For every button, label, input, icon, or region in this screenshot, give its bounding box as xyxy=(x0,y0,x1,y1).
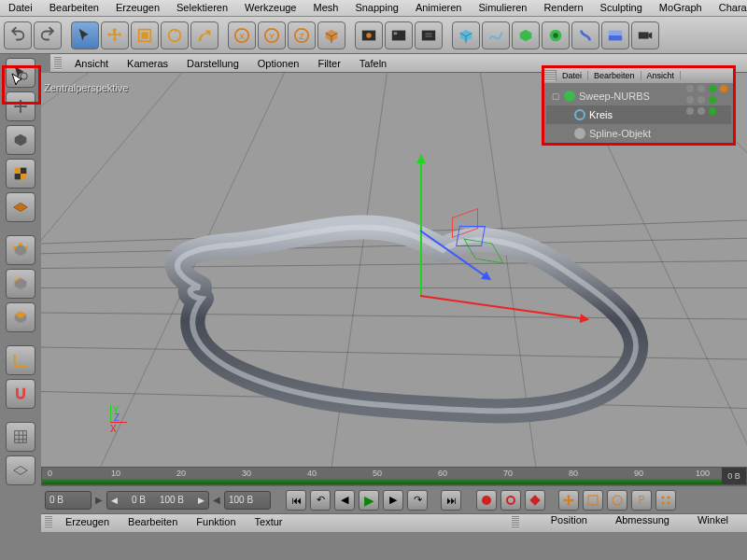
svg-rect-20 xyxy=(15,168,21,174)
view-filter[interactable]: Filter xyxy=(308,56,349,71)
snap-tool[interactable] xyxy=(6,379,35,409)
view-darstellung[interactable]: Darstellung xyxy=(177,56,248,71)
vis-dot[interactable] xyxy=(686,85,694,92)
model-mode[interactable] xyxy=(6,125,35,155)
svg-point-10 xyxy=(366,33,371,37)
move-local-tool[interactable] xyxy=(6,91,35,121)
autokey-button[interactable] xyxy=(500,490,521,511)
rot-key-button[interactable] xyxy=(607,490,627,511)
y-axis-button[interactable]: Y xyxy=(258,21,286,49)
menu-datei[interactable]: Datei xyxy=(0,0,41,16)
tree-item-spline[interactable]: Spline-Objekt xyxy=(546,124,731,143)
modeling-button[interactable] xyxy=(542,21,570,49)
menu-erzeugen[interactable]: Erzeugen xyxy=(107,0,168,16)
param-key-button[interactable]: P xyxy=(631,490,652,511)
om-menu-ansicht[interactable]: Ansicht xyxy=(641,71,682,80)
render-view-button[interactable] xyxy=(355,21,383,49)
attr-erzeugen[interactable]: Erzeugen xyxy=(56,514,119,532)
goto-end-button[interactable]: ⏭ xyxy=(441,490,461,511)
x-axis-button[interactable]: X xyxy=(228,21,256,49)
axis-tool[interactable] xyxy=(6,345,35,375)
pos-key-button[interactable] xyxy=(558,490,579,511)
goto-start-button[interactable]: ⏮ xyxy=(286,490,306,511)
z-axis-button[interactable]: Z xyxy=(288,21,316,49)
menu-werkzeuge[interactable]: Werkzeuge xyxy=(236,0,304,16)
timeline-ruler[interactable]: 0 10 20 30 40 50 60 70 80 90 100 0 B xyxy=(41,467,747,485)
menu-selektieren[interactable]: Selektieren xyxy=(168,0,236,16)
menu-bearbeiten[interactable]: Bearbeiten xyxy=(41,0,107,16)
prev-key-button[interactable]: ↶ xyxy=(310,490,331,511)
vis-dot[interactable] xyxy=(698,107,705,115)
prev-frame-button[interactable]: ◀ xyxy=(334,490,355,511)
object-manager: Datei Bearbeiten Ansicht ▢ Sweep-NURBS K… xyxy=(542,65,736,146)
attr-funktion[interactable]: Funktion xyxy=(187,514,245,532)
next-frame-button[interactable]: ▶ xyxy=(383,490,403,511)
om-menu-bearbeiten[interactable]: Bearbeiten xyxy=(588,71,641,80)
attr-bearbeiten[interactable]: Bearbeiten xyxy=(119,514,187,532)
move-tool[interactable] xyxy=(101,21,129,49)
environment-button[interactable] xyxy=(601,21,629,49)
range-field[interactable]: ◀0 B100 B▶ xyxy=(106,491,209,510)
view-kameras[interactable]: Kameras xyxy=(118,56,177,71)
menu-charakter[interactable]: Charak xyxy=(711,0,747,16)
pla-key-button[interactable] xyxy=(655,490,676,511)
grip-icon[interactable] xyxy=(45,516,52,529)
enable-dot[interactable] xyxy=(709,107,716,115)
polygon-mode[interactable] xyxy=(6,302,35,332)
deformer-button[interactable] xyxy=(571,21,599,49)
record-button[interactable] xyxy=(476,490,497,511)
next-key-button[interactable]: ↷ xyxy=(407,490,428,511)
camera-button[interactable] xyxy=(631,21,659,49)
grip-icon[interactable] xyxy=(54,57,62,70)
svg-rect-17 xyxy=(609,30,622,35)
expand-icon[interactable]: ▢ xyxy=(552,91,560,101)
keyframe-button[interactable] xyxy=(525,490,545,511)
svg-rect-12 xyxy=(394,32,398,35)
rotate-tool[interactable] xyxy=(161,21,189,49)
menu-snapping[interactable]: Snapping xyxy=(346,0,407,16)
render-button[interactable] xyxy=(385,21,413,49)
spline-icon xyxy=(574,128,585,139)
point-mode[interactable] xyxy=(6,235,35,265)
undo-button[interactable] xyxy=(4,21,32,49)
workplane-locked[interactable] xyxy=(6,455,35,485)
menu-sculpting[interactable]: Sculpting xyxy=(592,0,651,16)
end-frame-field[interactable]: 100 B xyxy=(224,491,271,510)
workplane-mode[interactable] xyxy=(6,192,35,222)
workplane-snap[interactable] xyxy=(6,422,35,452)
menu-mesh[interactable]: Mesh xyxy=(304,0,346,16)
start-frame-field[interactable]: 0 B xyxy=(45,491,92,510)
menu-animieren[interactable]: Animieren xyxy=(407,0,471,16)
coord-system-button[interactable] xyxy=(317,21,345,49)
spline-button[interactable] xyxy=(482,21,510,49)
vis-dot[interactable] xyxy=(698,96,705,104)
timeline-range[interactable] xyxy=(42,479,722,484)
view-tafeln[interactable]: Tafeln xyxy=(350,56,396,71)
scale-key-button[interactable] xyxy=(583,490,603,511)
attr-textur[interactable]: Textur xyxy=(246,514,292,532)
vis-dot[interactable] xyxy=(686,96,694,104)
recent-tool[interactable] xyxy=(190,21,218,49)
texture-mode[interactable] xyxy=(6,159,35,189)
vis-dot[interactable] xyxy=(686,107,694,115)
select-tool[interactable] xyxy=(71,21,99,49)
grip-icon[interactable] xyxy=(512,516,519,529)
play-button[interactable]: ▶ xyxy=(359,490,379,511)
redo-button[interactable] xyxy=(34,21,62,49)
tag-dot[interactable] xyxy=(720,85,727,92)
view-ansicht[interactable]: Ansicht xyxy=(65,56,118,71)
enable-dot[interactable] xyxy=(709,85,716,92)
view-optionen[interactable]: Optionen xyxy=(248,56,309,71)
primitive-button[interactable] xyxy=(452,21,480,49)
scale-tool[interactable] xyxy=(131,21,159,49)
menu-mograph[interactable]: MoGraph xyxy=(651,0,711,16)
edge-mode[interactable] xyxy=(6,269,35,299)
vis-dot[interactable] xyxy=(698,85,705,92)
render-settings-button[interactable] xyxy=(415,21,443,49)
enable-dot[interactable] xyxy=(709,96,716,104)
nurbs-button[interactable] xyxy=(512,21,540,49)
menu-simulieren[interactable]: Simulieren xyxy=(470,0,535,16)
tree-label: Kreis xyxy=(589,109,613,120)
menu-rendern[interactable]: Rendern xyxy=(535,0,591,16)
om-menu-datei[interactable]: Datei xyxy=(557,71,588,80)
